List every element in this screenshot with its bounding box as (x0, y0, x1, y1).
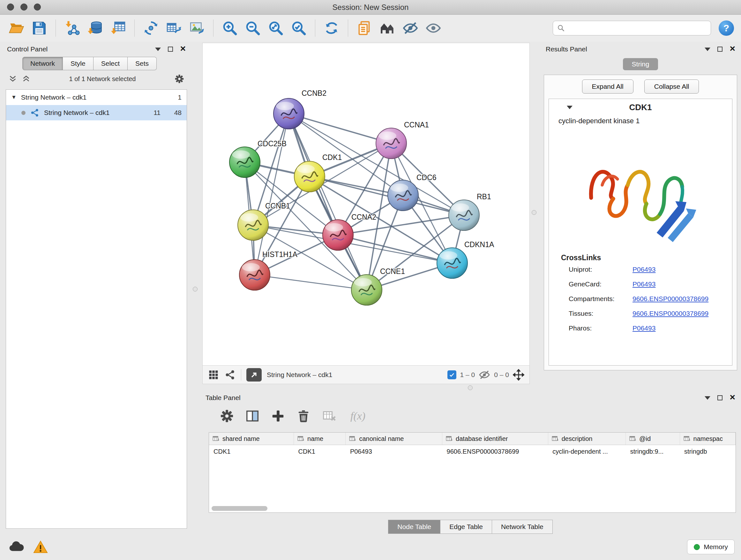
table-row[interactable]: CDK1CDK1P064939606.ENSP00000378699cyclin… (209, 445, 736, 458)
network-collection-row[interactable]: ▼ String Network – cdk1 1 (6, 90, 187, 105)
network-node-cdk1[interactable]: CDK1 (294, 153, 342, 192)
refresh-network-button[interactable] (321, 17, 342, 39)
show-columns-icon[interactable] (245, 409, 260, 423)
new-network-button[interactable] (140, 17, 161, 39)
collapse-panel-icon[interactable] (155, 48, 161, 51)
search-input[interactable] (568, 24, 707, 32)
zoom-fit-button[interactable] (265, 17, 286, 39)
network-node-cdc6[interactable]: CDC6 (388, 173, 436, 211)
warning-icon[interactable] (33, 540, 48, 554)
network-options-gear-icon[interactable] (174, 74, 185, 84)
table-options-gear-icon[interactable] (219, 409, 234, 423)
tab-sets[interactable]: Sets (128, 57, 157, 70)
selected-checkbox-icon[interactable] (448, 370, 456, 379)
network-node-ccnb2[interactable]: CCNB2 (273, 89, 327, 129)
tab-node-table[interactable]: Node Table (388, 520, 441, 534)
network-canvas[interactable]: CCNB2CCNA1CDC25BCDK1CDC6RB1CCNB1CCNA2CDK… (203, 43, 529, 365)
node-table[interactable]: shared namenamecanonical namedatabase id… (209, 432, 736, 513)
import-table-file-button[interactable] (108, 17, 129, 39)
uniprot-link[interactable]: P06493 (632, 266, 656, 273)
network-row[interactable]: String Network – cdk1 11 48 (6, 105, 187, 120)
memory-button[interactable]: Memory (687, 540, 735, 554)
network-edge[interactable] (289, 114, 367, 290)
float-panel-icon[interactable] (718, 47, 723, 52)
scrollbar-thumb[interactable] (212, 506, 267, 511)
column-header--id[interactable]: @id (626, 433, 680, 445)
pan-crosshair-icon[interactable] (513, 369, 524, 381)
collapse-panel-icon[interactable] (704, 396, 711, 400)
network-node-cdkn1a[interactable]: CDKN1A (437, 240, 494, 278)
zoom-selected-button[interactable] (288, 17, 309, 39)
open-recent-button[interactable] (354, 17, 375, 39)
export-network-button[interactable] (163, 17, 185, 39)
network-node-ccna1[interactable]: CCNA1 (376, 121, 429, 159)
network-share-icon[interactable] (224, 369, 236, 381)
cloud-status-icon[interactable] (8, 540, 25, 552)
collapse-all-networks-icon[interactable] (22, 74, 30, 83)
import-network-database-button[interactable] (84, 17, 106, 39)
collapse-all-button[interactable]: Collapse All (644, 79, 699, 94)
help-button[interactable]: ? (719, 20, 734, 36)
network-overview-button[interactable] (377, 17, 398, 39)
node-table-header[interactable]: shared namenamecanonical namedatabase id… (209, 433, 736, 445)
collapse-panel-icon[interactable] (704, 48, 711, 51)
open-session-button[interactable] (6, 17, 27, 39)
column-sort-icon[interactable] (629, 435, 636, 442)
tissues-link[interactable]: 9606.ENSP00000378699 (632, 310, 709, 317)
close-panel-icon[interactable]: × (180, 44, 186, 53)
tab-network-table[interactable]: Network Table (492, 520, 553, 534)
column-sort-icon[interactable] (683, 435, 691, 442)
column-sort-icon[interactable] (551, 435, 559, 442)
node-table-body[interactable]: CDK1CDK1P064939606.ENSP00000378699cyclin… (209, 445, 736, 458)
toolbar-search[interactable] (553, 21, 711, 36)
column-sort-icon[interactable] (446, 435, 453, 442)
network-node-hist1h1a[interactable]: HIST1H1A (239, 250, 298, 290)
expand-all-networks-icon[interactable] (8, 74, 17, 83)
network-edge[interactable] (289, 114, 391, 143)
pharos-link[interactable]: P06493 (632, 324, 656, 332)
splitter-handle-bottom[interactable] (468, 385, 473, 390)
splitter-handle-left[interactable] (193, 287, 198, 292)
hidden-eye-slash-icon[interactable] (479, 369, 490, 381)
close-panel-icon[interactable]: × (730, 44, 735, 53)
caret-down-icon[interactable]: ▼ (11, 94, 17, 101)
network-edge[interactable] (255, 275, 367, 290)
protein-section-header[interactable]: CDK1 (549, 99, 732, 116)
float-panel-icon[interactable] (168, 47, 173, 52)
network-node-rb1[interactable]: RB1 (449, 192, 491, 231)
show-all-button[interactable] (423, 17, 444, 39)
minimize-window-icon[interactable] (20, 3, 27, 10)
tab-edge-table[interactable]: Edge Table (441, 520, 492, 534)
function-builder-fx-icon[interactable]: f(x) (350, 410, 365, 422)
delete-column-trash-icon[interactable] (296, 409, 311, 423)
splitter-handle-right[interactable] (532, 210, 536, 215)
network-node-cdc25b[interactable]: CDC25B (229, 139, 286, 178)
zoom-window-icon[interactable] (34, 3, 41, 10)
birdseye-view-icon[interactable] (208, 369, 219, 381)
column-header-shared-name[interactable]: shared name (209, 433, 294, 445)
compartments-link[interactable]: 9606.ENSP00000378699 (632, 295, 709, 303)
open-in-new-window-button[interactable] (246, 368, 262, 381)
close-window-icon[interactable] (7, 3, 14, 10)
string-results-tab[interactable]: String (623, 58, 658, 70)
add-column-plus-icon[interactable] (271, 409, 285, 423)
column-sort-icon[interactable] (349, 435, 356, 442)
column-header-description[interactable]: description (548, 433, 626, 445)
tab-network[interactable]: Network (22, 57, 63, 70)
export-image-button[interactable] (186, 17, 207, 39)
column-sort-icon[interactable] (212, 435, 220, 442)
tab-select[interactable]: Select (93, 57, 128, 70)
column-header-namespac[interactable]: namespac (680, 433, 735, 445)
zoom-out-button[interactable] (242, 17, 263, 39)
column-sort-icon[interactable] (297, 435, 305, 442)
import-network-file-button[interactable] (62, 17, 83, 39)
collapse-section-icon[interactable] (567, 106, 572, 109)
save-session-button[interactable] (29, 17, 50, 39)
zoom-in-button[interactable] (219, 17, 240, 39)
delete-table-icon[interactable] (322, 409, 336, 423)
table-horizontal-scrollbar[interactable] (212, 506, 733, 511)
network-edge[interactable] (310, 177, 464, 215)
column-header-name[interactable]: name (294, 433, 346, 445)
close-panel-icon[interactable]: × (730, 392, 735, 402)
tab-style[interactable]: Style (63, 57, 93, 70)
